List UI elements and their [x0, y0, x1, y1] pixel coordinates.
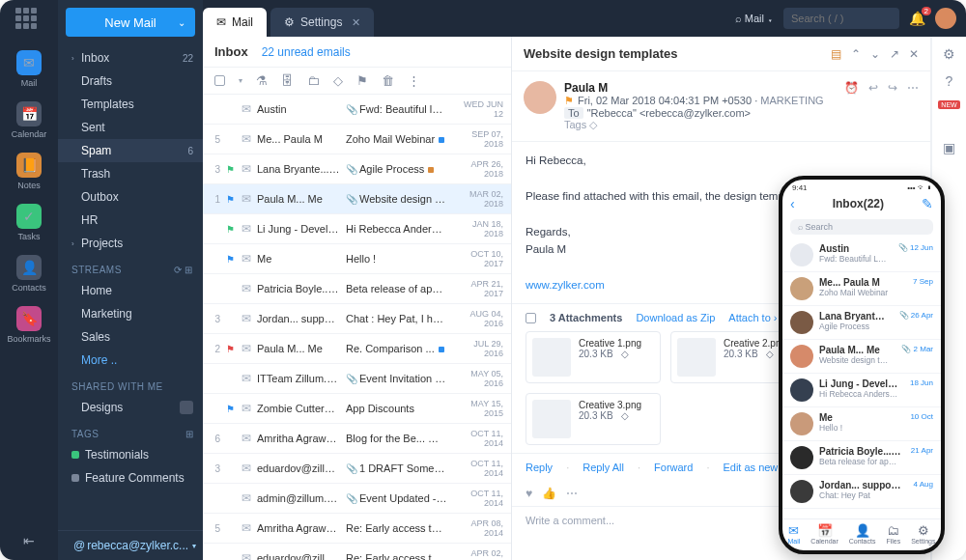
mail-row[interactable]: ✉ eduardov@zillum.c... Re: Early access … — [203, 544, 511, 560]
collapse-sidebar-icon[interactable]: ⇤ — [12, 521, 46, 560]
more-icon[interactable]: ⋮ — [408, 73, 420, 88]
phone-mail-item[interactable]: Me Hello ! 10 Oct — [782, 407, 941, 441]
delete-icon[interactable]: 🗑 — [382, 73, 394, 88]
help-icon[interactable]: ? — [946, 73, 953, 89]
flag-icon[interactable]: ⚑ — [226, 164, 236, 175]
gear-icon[interactable]: ⚙ — [943, 46, 955, 62]
flag-icon[interactable]: ⚑ — [226, 224, 236, 235]
mail-row[interactable]: 6 ✉ Amritha Agrawal... Blog for the Be..… — [203, 424, 511, 454]
folder-trash[interactable]: Trash — [58, 162, 203, 185]
new-mail-button[interactable]: New Mail ⌄ — [66, 8, 195, 37]
tag-icon[interactable]: ◇ — [333, 73, 343, 88]
phone-mail-item[interactable]: Austin Fwd: Beautiful Locations 📎 12 Jun — [782, 238, 941, 272]
stream-item[interactable]: Home — [58, 279, 203, 302]
folder-hr[interactable]: HR — [58, 209, 203, 232]
search-scope[interactable]: ⌕ Mail ▾ — [735, 13, 774, 24]
chevron-down-icon[interactable]: ⌄ — [178, 17, 185, 28]
notifications-icon[interactable]: 🔔2 — [909, 11, 925, 26]
mail-row[interactable]: 3 ✉ Jordan... support@z... Chat : Hey Pa… — [203, 304, 511, 334]
streams-tools[interactable]: ⟳ ⊞ — [174, 265, 193, 275]
phone-mail-item[interactable]: Jordan... support@zylker Chat: Hey Pat 4… — [782, 475, 941, 509]
next-icon[interactable]: ⌄ — [870, 47, 880, 61]
rail-contacts[interactable]: 👤 Contacts — [0, 249, 58, 300]
download-zip-link[interactable]: Download as Zip — [636, 312, 715, 323]
mail-row[interactable]: ✉ ITTeam Zillum... Me 📎Event Invitation … — [203, 364, 511, 394]
phone-nav-files[interactable]: 🗂Files — [886, 523, 900, 545]
reply-icon[interactable]: ↩ — [868, 81, 878, 131]
select-all-checkbox[interactable] — [214, 75, 225, 86]
phone-mail-item[interactable]: Li Jung - Developer ⚑Hi Rebecca Anderson… — [782, 374, 941, 407]
tag-item[interactable]: Feature Comments — [58, 466, 203, 490]
unread-count[interactable]: 22 unread emails — [262, 45, 351, 59]
forward-icon[interactable]: ↪ — [888, 81, 897, 131]
attachment[interactable]: Creative 3.png20.3 KB ◇ — [526, 393, 661, 445]
layout-icon[interactable]: ▤ — [831, 47, 841, 61]
close-icon[interactable]: ✕ — [909, 47, 919, 61]
mail-row[interactable]: 5 ✉ Me... Paula M Zoho Mail Webinar Sep … — [203, 125, 511, 154]
phone-mail-item[interactable]: Lana Bryante... Me ⚑Agile Process 📎 26 A… — [782, 306, 941, 340]
mail-row[interactable]: 3 ⚑ ✉ Lana Bryante... Me 📎Agile Process … — [203, 154, 511, 184]
more-icon[interactable]: ⋯ — [907, 81, 919, 131]
mail-row[interactable]: 2 ⚑ ✉ Paula M... Me Re. Comparison ... J… — [203, 334, 511, 364]
prev-icon[interactable]: ⌃ — [851, 47, 861, 61]
shared-item[interactable]: Designs — [58, 396, 203, 419]
phone-nav-settings[interactable]: ⚙Settings — [911, 523, 935, 545]
rail-tasks[interactable]: ✓ Tasks — [0, 198, 58, 249]
popout-icon[interactable]: ↗ — [890, 47, 899, 61]
folder-inbox[interactable]: ›Inbox22 — [58, 46, 203, 70]
mail-row[interactable]: 3 ✉ eduardov@zillum.c... 📎1 DRAFT Some s… — [203, 454, 511, 484]
phone-nav-contacts[interactable]: 👤Contacts — [849, 523, 876, 545]
phone-nav-mail[interactable]: ✉Mail — [788, 523, 801, 545]
apps-grid-icon[interactable] — [15, 8, 43, 35]
folder-projects[interactable]: ›Projects — [58, 232, 203, 255]
body-link[interactable]: www.zylker.com — [526, 279, 605, 291]
panel-icon[interactable]: ▣ — [943, 140, 955, 155]
folder-drafts[interactable]: Drafts — [58, 70, 203, 93]
rail-notes[interactable]: 📙 Notes — [0, 147, 58, 198]
attach-to-link[interactable]: Attach to › — [728, 312, 777, 323]
flag-icon[interactable]: ⚑ — [226, 254, 236, 265]
compose-icon[interactable]: ✎ — [922, 196, 933, 211]
rail-bookmarks[interactable]: 🔖 Bookmarks — [0, 300, 58, 351]
rail-calendar[interactable]: 📅 Calendar — [0, 96, 58, 147]
folder-sent[interactable]: Sent — [58, 116, 203, 139]
close-icon[interactable]: ✕ — [352, 16, 360, 29]
attachment[interactable]: Creative 1.png20.3 KB ◇ — [526, 331, 661, 383]
flag-icon[interactable]: ⚑ — [226, 194, 236, 205]
archive-icon[interactable]: 🗄 — [281, 73, 294, 88]
stream-item[interactable]: Marketing — [58, 302, 203, 325]
folder-templates[interactable]: Templates — [58, 93, 203, 116]
mail-row[interactable]: 5 ✉ Amritha Agrawal... Re: Early access … — [203, 514, 511, 544]
phone-mail-item[interactable]: Me... Paula M Zoho Mail Webinar 7 Sep — [782, 272, 941, 306]
tab-mail[interactable]: ✉ Mail — [203, 8, 267, 37]
flag-icon[interactable]: ⚑ — [226, 344, 236, 354]
select-attachments-checkbox[interactable] — [526, 313, 536, 323]
reply-all-button[interactable]: Reply All — [582, 462, 624, 473]
mail-row[interactable]: ✉ admin@zillum.com 📎Event Updated - De..… — [203, 484, 511, 514]
phone-mail-item[interactable]: Paula M... Me Website design templates 📎… — [782, 340, 941, 374]
rail-mail[interactable]: ✉ Mail — [0, 44, 58, 96]
phone-search[interactable]: ⌕ Search — [790, 219, 933, 235]
add-tag-icon[interactable]: ⊞ — [185, 429, 194, 439]
reply-button[interactable]: Reply — [526, 462, 553, 473]
mail-row[interactable]: ⚑ ✉ Zombie Cutters... le... App Discount… — [203, 394, 511, 424]
phone-nav-calendar[interactable]: 📅Calendar — [810, 523, 838, 545]
edit-as-new-button[interactable]: Edit as new — [723, 462, 778, 473]
stream-item[interactable]: More .. — [58, 349, 203, 372]
mail-row[interactable]: ✉ Patricia Boyle... Me Beta release of a… — [203, 274, 511, 304]
folder-outbox[interactable]: Outbox — [58, 185, 203, 209]
account-switcher[interactable]: @ rebecca@zylker.c... ▾ — [58, 530, 203, 560]
search-input[interactable] — [783, 8, 899, 29]
phone-mail-item[interactable]: Patricia Boyle... Me Beta release for ap… — [782, 441, 941, 475]
mail-row[interactable]: ⚑ ✉ Me Hello ! Oct 10, 2017 — [203, 244, 511, 274]
tab-settings[interactable]: ⚙ Settings✕ — [270, 8, 374, 37]
mail-row[interactable]: 1 ⚑ ✉ Paula M... Me 📎Website design temp… — [203, 184, 511, 214]
mail-row[interactable]: ✉ Austin 📎Fwd: Beautiful locati... Wed J… — [203, 95, 511, 125]
forward-button[interactable]: Forward — [654, 462, 693, 473]
add-tag-icon[interactable]: ◇ — [589, 119, 597, 130]
folder-icon[interactable]: 🗀 — [307, 73, 320, 88]
remind-icon[interactable]: ⏰ — [844, 81, 859, 131]
tag-item[interactable]: Testimonials — [58, 443, 203, 466]
folder-spam[interactable]: Spam6 — [58, 139, 203, 162]
flag-icon[interactable]: ⚑ — [226, 404, 236, 414]
